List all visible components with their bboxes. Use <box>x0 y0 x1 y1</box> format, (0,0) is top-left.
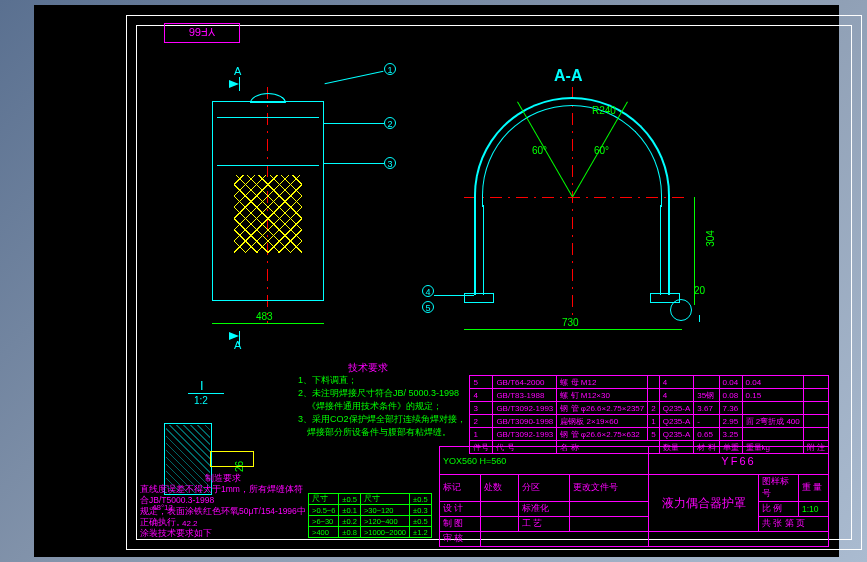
table-row: 尺寸 ±0.5 尺寸 ±0.5 <box>309 494 432 505</box>
mfg-title: 制造要求 <box>140 473 306 484</box>
balloon-4: 4 <box>422 285 434 297</box>
tech-req-3b: 焊接部分所设备件与腹部有粘焊缝。 <box>298 426 466 439</box>
bom-table: 5GB/T64-2000螺 母 M1240.040.04 4GB/T83-198… <box>469 375 829 454</box>
ratio-value: 1:10 <box>799 502 829 517</box>
table-row: 1GB/T3092-1993钢 管 φ26.6×2.75×6325Q235-A0… <box>470 428 829 441</box>
scale-label: 图样标号 <box>759 475 799 502</box>
tech-req-title: 技术要求 <box>348 361 466 374</box>
balloon-3: 3 <box>384 157 396 169</box>
balloon-1: 1 <box>384 63 396 75</box>
leader-4 <box>434 295 474 296</box>
table-row: 2GB/T3090-1998扁钢板 2×19×601Q235-A-2.95面 2… <box>470 415 829 428</box>
tech-req-2: 2、未注明焊接尺寸符合JB/ 5000.3-1998 <box>298 387 466 400</box>
table-row: 5GB/T64-2000螺 母 M1240.040.04 <box>470 376 829 389</box>
section-mark-line <box>239 77 240 91</box>
section-arrow-b-icon <box>229 332 239 340</box>
detail-ref-circle <box>670 299 692 321</box>
sheet-label: 共 张 第 页 <box>759 517 829 532</box>
section-mark-bottom-label: A <box>234 339 241 351</box>
tech-requirements: 技术要求 1、下料调直； 2、未注明焊接尺寸符合JB/ 5000.3-1998 … <box>298 361 466 439</box>
tech-req-2b: 《焊接件通用技术条件》的规定； <box>298 400 466 413</box>
detail-dim1: 26 <box>234 461 245 472</box>
ratio-label: 比 例 <box>759 502 799 517</box>
arch-leg-left <box>474 205 484 295</box>
dim-line-front-w <box>212 323 324 324</box>
detail-ref-label: Ⅰ <box>698 313 701 324</box>
radius-dim: R240 <box>592 105 616 116</box>
mfg-line2: 规定，表面涂铁红色环氧50μT/154-1996中正确执行。 <box>140 506 306 528</box>
detail-bolt <box>210 451 254 467</box>
leader-3 <box>324 163 384 164</box>
leader-2 <box>324 123 384 124</box>
cad-canvas[interactable]: YF66 A 1 2 3 483 A A-A 60° 60° R240 304 … <box>34 5 839 557</box>
dim-line-sec-w <box>464 329 682 330</box>
title-block: YOX560 H=560 YF66 标记 处数 分区 更改文件号 液力偶合器护罩… <box>439 446 829 547</box>
table-row: 3GB/T3092-1993钢 管 φ26.6×2.75×23572Q235-A… <box>470 402 829 415</box>
model-no: YOX560 H=560 <box>443 456 506 466</box>
small-dim: 20 <box>694 285 705 296</box>
angle-right: 60° <box>594 145 609 156</box>
drawing-tag-rotated: YF66 <box>164 23 240 43</box>
elev-line2 <box>217 165 319 166</box>
table-row: >6~30±0.2>120~400±0.5 <box>309 516 432 527</box>
angle-left: 60° <box>532 145 547 156</box>
height-dim: 304 <box>705 230 716 247</box>
tech-req-3: 3、采用CO2保护焊全部打连续角焊对接， <box>298 413 466 426</box>
section-mark-line-b <box>239 331 240 345</box>
detail-underline <box>188 393 224 394</box>
tech-req-1: 1、下料调直； <box>298 374 466 387</box>
table-row: >400±0.8>1000~2000±1.2 <box>309 527 432 538</box>
dim-front-width: 483 <box>256 311 273 322</box>
weight-label: 重 量 <box>799 475 829 502</box>
section-title: A-A <box>554 67 582 85</box>
mfg-line1: 直线度误差不得大于1mm，所有焊缝体符合JB/T5000.3-1998 <box>140 484 306 506</box>
arch-leg-right <box>660 205 670 295</box>
mfg-line3: 涂装技术要求如下 <box>140 528 306 539</box>
table-row: 4GB/T83-1988螺 钉 M12×30435钢0.080.15 <box>470 389 829 402</box>
tolerance-table: 尺寸 ±0.5 尺寸 ±0.5 >0.5~6±0.1>30~120±0.3 >6… <box>308 493 432 538</box>
drawing-title: 液力偶合器护罩 <box>649 475 759 532</box>
detail-label: Ⅰ <box>200 379 204 393</box>
table-row: >0.5~6±0.1>30~120±0.3 <box>309 505 432 516</box>
section-mark-top-label: A <box>234 65 241 77</box>
balloon-2: 2 <box>384 117 396 129</box>
mfg-requirements: 制造要求 直线度误差不得大于1mm，所有焊缝体符合JB/T5000.3-1998… <box>140 473 306 539</box>
mesh-hatch <box>234 175 302 253</box>
elev-line1 <box>217 117 319 118</box>
section-arrow-icon <box>229 80 239 88</box>
detail-scale: 1:2 <box>194 395 208 406</box>
dim-section-width: 730 <box>562 317 579 328</box>
balloon-5: 5 <box>422 301 434 313</box>
drawing-number: YF66 <box>649 447 829 475</box>
